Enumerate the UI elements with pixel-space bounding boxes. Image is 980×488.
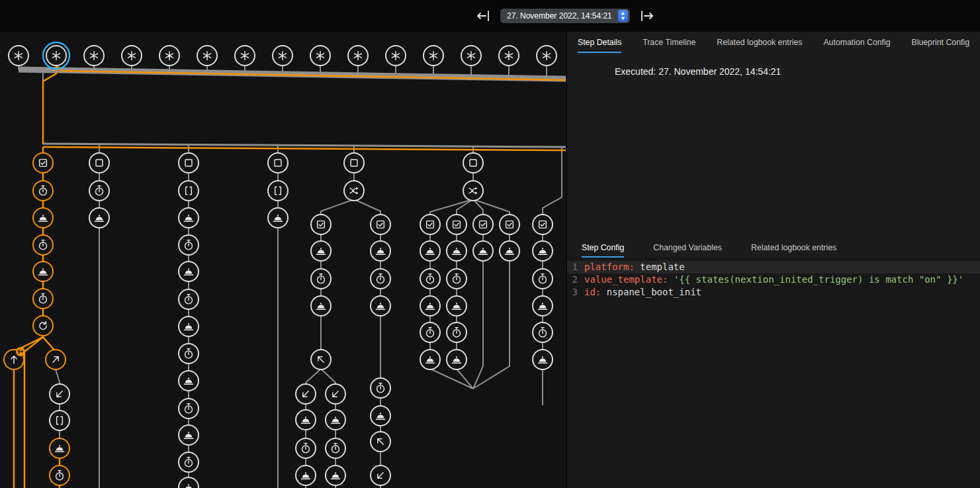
trace-node-shuffle[interactable]: [463, 181, 483, 201]
trace-node-timer[interactable]: [179, 344, 199, 364]
trace-node-timer[interactable]: [420, 322, 440, 342]
trace-node-service[interactable]: [326, 410, 345, 430]
trace-node-repeat[interactable]: [33, 316, 53, 336]
trace-node-arrow-down-left[interactable]: [296, 384, 316, 404]
tab-step-config[interactable]: Step Config: [582, 237, 624, 258]
trace-node-timer[interactable]: [50, 465, 69, 485]
trace-node-service[interactable]: [33, 208, 53, 228]
tab-blueprint-config[interactable]: Blueprint Config: [912, 32, 970, 53]
trace-node-service[interactable]: [473, 241, 493, 261]
trace-node-square[interactable]: [89, 153, 109, 173]
trace-node-service[interactable]: [420, 296, 440, 316]
trace-node-square[interactable]: [344, 153, 364, 173]
trace-node-asterisk[interactable]: [43, 42, 69, 69]
trace-node-service[interactable]: [447, 296, 467, 316]
trace-node-arrow-up-left[interactable]: [311, 350, 331, 369]
trace-node-asterisk[interactable]: [159, 46, 179, 66]
trace-node-timer[interactable]: [326, 438, 345, 458]
trace-node-arrow-down-left[interactable]: [371, 465, 390, 485]
trace-node-asterisk[interactable]: [197, 46, 217, 66]
trace-node-service[interactable]: [447, 350, 467, 369]
trace-node-timer[interactable]: [179, 235, 199, 255]
trace-node-service[interactable]: [326, 465, 345, 485]
trace-node-timer[interactable]: [371, 378, 390, 398]
trace-node-service[interactable]: [179, 425, 199, 445]
trace-node-service[interactable]: [296, 465, 316, 485]
trace-node-service[interactable]: [179, 477, 199, 488]
trace-node-arrow-up[interactable]: 9+: [4, 347, 25, 369]
next-run-button[interactable]: [638, 7, 656, 25]
trace-node-timer[interactable]: [371, 269, 390, 289]
tab-automation-config[interactable]: Automation Config: [823, 32, 890, 53]
trace-node-arrow-down-left[interactable]: [326, 384, 345, 404]
trace-node-asterisk[interactable]: [348, 46, 368, 66]
trace-node-service[interactable]: [179, 317, 199, 336]
trace-node-service[interactable]: [500, 241, 519, 261]
trace-node-brackets[interactable]: [179, 181, 199, 201]
trace-node-service[interactable]: [420, 241, 440, 261]
trace-node-brackets[interactable]: [50, 411, 69, 430]
trace-node-shuffle[interactable]: [344, 181, 364, 201]
trace-node-service[interactable]: [50, 438, 69, 458]
trace-node-timer[interactable]: [33, 181, 53, 201]
trace-node-service[interactable]: [33, 262, 53, 281]
trace-node-service[interactable]: [179, 208, 199, 228]
trace-node-service[interactable]: [311, 241, 331, 261]
trace-node-timer[interactable]: [179, 399, 199, 418]
tab-changed-variables[interactable]: Changed Variables: [653, 237, 722, 258]
trace-node-checkbox[interactable]: [533, 215, 553, 234]
previous-run-button[interactable]: [474, 7, 492, 25]
trace-node-arrow-up-left[interactable]: [371, 432, 390, 452]
trace-node-checkbox[interactable]: [33, 153, 53, 173]
trace-node-service[interactable]: [533, 241, 553, 261]
trace-node-timer[interactable]: [89, 181, 109, 201]
tab-related-logbook-entries[interactable]: Related logbook entries: [751, 237, 836, 258]
trace-node-asterisk[interactable]: [9, 46, 28, 66]
trace-node-checkbox[interactable]: [473, 215, 493, 234]
trace-node-asterisk[interactable]: [84, 46, 104, 66]
trace-node-checkbox[interactable]: [311, 215, 331, 234]
trace-node-service[interactable]: [179, 262, 199, 281]
tab-related-logbook-entries[interactable]: Related logbook entries: [717, 32, 802, 53]
trace-node-checkbox[interactable]: [371, 215, 390, 234]
trace-node-asterisk[interactable]: [310, 46, 330, 66]
trace-node-checkbox[interactable]: [420, 215, 440, 234]
trace-node-service[interactable]: [371, 241, 390, 261]
trace-node-service[interactable]: [268, 208, 288, 228]
trace-node-square[interactable]: [463, 153, 483, 173]
trace-node-arrow-down-left[interactable]: [50, 384, 69, 404]
trace-node-timer[interactable]: [33, 289, 53, 309]
trace-node-service[interactable]: [420, 350, 440, 369]
trace-node-brackets[interactable]: [268, 181, 288, 201]
trace-node-checkbox[interactable]: [447, 215, 467, 234]
trace-node-asterisk[interactable]: [122, 46, 142, 66]
trace-node-timer[interactable]: [420, 269, 440, 289]
trace-node-service[interactable]: [371, 296, 390, 316]
trace-node-timer[interactable]: [447, 322, 467, 342]
trace-node-timer[interactable]: [296, 438, 316, 458]
trace-node-timer[interactable]: [447, 269, 467, 289]
trace-node-timer[interactable]: [311, 269, 331, 289]
trace-node-service[interactable]: [371, 406, 390, 426]
trace-node-service[interactable]: [533, 350, 553, 369]
trace-node-timer[interactable]: [533, 322, 553, 342]
trace-node-checkbox[interactable]: [500, 215, 519, 234]
trace-node-service[interactable]: [447, 241, 467, 261]
tab-trace-timeline[interactable]: Trace Timeline: [643, 32, 695, 53]
trace-node-asterisk[interactable]: [273, 46, 292, 66]
trace-node-asterisk[interactable]: [386, 46, 406, 66]
tab-step-details[interactable]: Step Details: [578, 32, 621, 53]
trace-node-timer[interactable]: [179, 452, 199, 472]
trace-node-square[interactable]: [268, 153, 288, 173]
trace-node-asterisk[interactable]: [537, 46, 557, 66]
trace-node-service[interactable]: [311, 296, 331, 316]
trace-node-service[interactable]: [89, 208, 109, 228]
trace-node-arrow-up-right[interactable]: [46, 350, 66, 369]
trace-node-asterisk[interactable]: [235, 46, 255, 66]
trace-node-service[interactable]: [533, 296, 553, 316]
trace-node-timer[interactable]: [179, 289, 199, 309]
run-select[interactable]: 27. November 2022, 14:54:21: [500, 9, 630, 23]
trace-node-asterisk[interactable]: [423, 46, 443, 66]
trace-node-timer[interactable]: [533, 269, 553, 289]
trace-node-service[interactable]: [179, 371, 199, 391]
